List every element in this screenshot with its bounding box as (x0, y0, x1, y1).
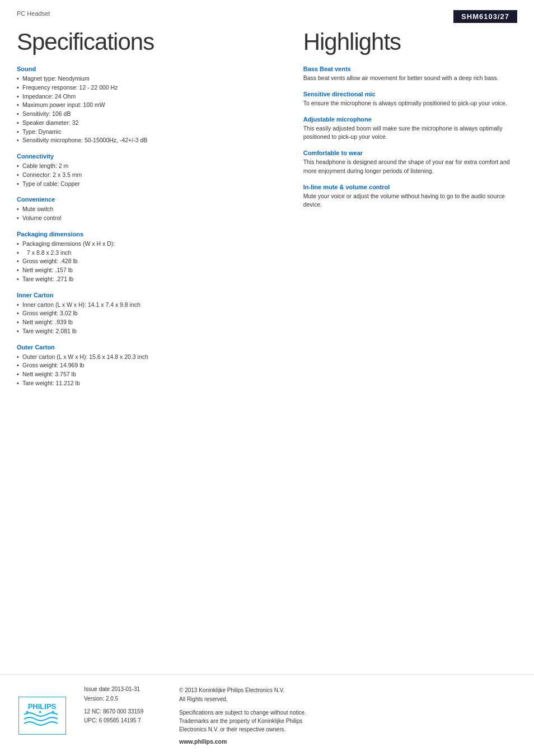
main-content: Specifications Sound Magnet type: Neodym… (0, 23, 534, 396)
list-item: Nett weight: 3.757 lb (17, 370, 281, 379)
list-item: Type: Dynamic (17, 128, 281, 137)
product-type: PC Headset (17, 10, 50, 17)
footer-disclaimer: Specifications are subject to change wit… (179, 708, 517, 734)
footer-version: Version: 2.0.5 (84, 696, 162, 702)
list-item: Connector: 2 x 3.5 mm (17, 171, 281, 180)
list-item: Outer carton (L x W x H): 15.6 x 14.8 x … (17, 353, 281, 362)
sound-section-title: Sound (17, 66, 281, 72)
convenience-list: Mute switch Volume control (17, 205, 281, 223)
footer-barcode: 12 NC: 8670 000 33159 UPC: 6 09585 14195… (84, 707, 162, 725)
footer-info: Issue date 2013-01-31 Version: 2.0.5 12 … (84, 686, 517, 745)
connectivity-section-title: Connectivity (17, 153, 281, 160)
footer: PHILIPS ★ ★ ★ Issue date 2013-01-31 Vers… (0, 674, 534, 756)
outer-carton-section: Outer Carton Outer carton (L x W x H): 1… (17, 344, 281, 388)
list-item: Sensitivity microphone: 50-15000Hz, -42+… (17, 136, 281, 145)
inner-carton-section: Inner Carton Inner carton (L x W x H): 1… (17, 292, 281, 336)
list-item: Impedance: 24 Ohm (17, 92, 281, 101)
highlight-mute-volume-text: Mute your voice or adjust the volume wit… (303, 192, 517, 210)
convenience-section: Convenience Mute switch Volume control (17, 196, 281, 223)
outer-carton-list: Outer carton (L x W x H): 15.6 x 14.8 x … (17, 353, 281, 388)
list-item: Sensitivity: 106 dB (17, 110, 281, 119)
packaging-section: Packaging dimensions Packaging dimension… (17, 231, 281, 284)
list-item: 7 x 8.8 x 2.3 inch (17, 249, 281, 258)
highlight-comfortable-title: Comfortable to wear (303, 150, 517, 156)
inner-carton-section-title: Inner Carton (17, 292, 281, 298)
specs-title: Specifications (17, 29, 281, 55)
highlight-directional-mic-text: To ensure the microphone is always optim… (303, 99, 517, 108)
philips-logo: PHILIPS ★ ★ ★ (17, 696, 67, 735)
svg-text:★: ★ (25, 710, 29, 715)
header: PC Headset SHM6103/27 (0, 0, 534, 23)
footer-website: www.philips.com (179, 738, 517, 745)
highlight-adjustable-mic-text: This easily adjusted boom will make sure… (303, 124, 517, 142)
svg-text:★: ★ (38, 710, 42, 715)
sound-list: Magnet type: Neodymium Frequency respons… (17, 74, 281, 145)
list-item: Inner carton (L x W x H): 14.1 x 7.4 x 9… (17, 301, 281, 310)
highlight-comfortable-text: This headphone is designed around the sh… (303, 158, 517, 176)
highlight-adjustable-mic: Adjustable microphone This easily adjust… (303, 116, 517, 142)
inner-carton-list: Inner carton (L x W x H): 14.1 x 7.4 x 9… (17, 301, 281, 336)
highlight-comfortable: Comfortable to wear This headphone is de… (303, 150, 517, 176)
sound-section: Sound Magnet type: Neodymium Frequency r… (17, 66, 281, 145)
list-item: Gross weight: .428 lb (17, 257, 281, 266)
barcode-line2: UPC: 6 09585 14195 7 (84, 716, 162, 725)
list-item: Gross weight: 14.969 lb (17, 361, 281, 370)
list-item: Magnet type: Neodymium (17, 74, 281, 83)
packaging-section-title: Packaging dimensions (17, 231, 281, 237)
model-badge: SHM6103/27 (453, 10, 517, 23)
highlight-adjustable-mic-title: Adjustable microphone (303, 116, 517, 123)
outer-carton-section-title: Outer Carton (17, 344, 281, 351)
list-item: Nett weight: .157 lb (17, 266, 281, 275)
list-item: Speaker diameter: 32 (17, 119, 281, 128)
list-item: Tare weight: 2.081 lb (17, 327, 281, 336)
list-item: Type of cable: Copper (17, 180, 281, 189)
highlight-bass-beat-text: Bass beat vents allow air movement for b… (303, 74, 517, 83)
connectivity-list: Cable length: 2 m Connector: 2 x 3.5 mm … (17, 162, 281, 188)
footer-copyright: © 2013 Koninklijke Philips Electronics N… (179, 686, 517, 704)
list-item: Gross weight: 3.02 lb (17, 309, 281, 318)
barcode-line1: 12 NC: 8670 000 33159 (84, 707, 162, 716)
highlight-directional-mic: Sensitive directional mic To ensure the … (303, 91, 517, 108)
highlight-directional-mic-title: Sensitive directional mic (303, 91, 517, 97)
list-item: Frequency response: 12 - 22 000 Hz (17, 83, 281, 92)
footer-left: Issue date 2013-01-31 Version: 2.0.5 12 … (84, 686, 162, 745)
highlights-title: Highlights (303, 29, 517, 55)
footer-right: © 2013 Koninklijke Philips Electronics N… (179, 686, 517, 745)
list-item: Maximum power input: 100 mW (17, 101, 281, 110)
packaging-list: Packaging dimensions (W x H x D): 7 x 8.… (17, 240, 281, 284)
highlight-mute-volume: In-line mute & volume control Mute your … (303, 184, 517, 210)
list-item: Tare weight: .271 lb (17, 275, 281, 284)
list-item: Cable length: 2 m (17, 162, 281, 171)
highlight-mute-volume-title: In-line mute & volume control (303, 184, 517, 190)
connectivity-section: Connectivity Cable length: 2 m Connector… (17, 153, 281, 188)
highlight-bass-beat: Bass Beat vents Bass beat vents allow ai… (303, 66, 517, 83)
list-item: Packaging dimensions (W x H x D): (17, 240, 281, 249)
list-item: Mute switch (17, 205, 281, 214)
list-item: Tare weight: 11.212 lb (17, 379, 281, 388)
convenience-section-title: Convenience (17, 196, 281, 203)
footer-issue-date: Issue date 2013-01-31 (84, 686, 162, 692)
list-item: Volume control (17, 214, 281, 223)
highlights-column: Highlights Bass Beat vents Bass beat ven… (292, 23, 517, 396)
highlight-bass-beat-title: Bass Beat vents (303, 66, 517, 72)
list-item: Nett weight: .939 lb (17, 318, 281, 327)
svg-text:★: ★ (51, 710, 55, 715)
specs-column: Specifications Sound Magnet type: Neodym… (17, 23, 292, 396)
